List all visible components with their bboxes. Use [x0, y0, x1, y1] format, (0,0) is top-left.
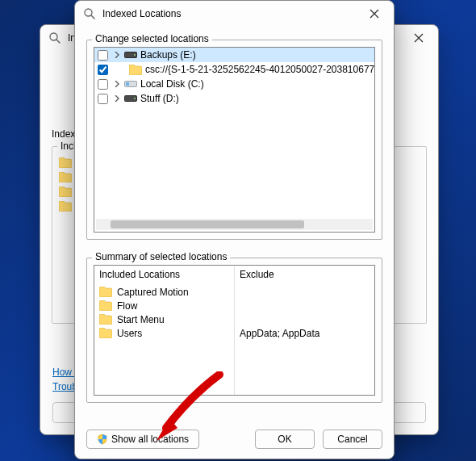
summary-exclude-row [240, 299, 370, 312]
ok-button[interactable]: OK [255, 430, 315, 449]
ok-label: OK [278, 434, 291, 445]
folder-icon [99, 300, 112, 311]
drive-icon [124, 94, 137, 103]
summary-exclude-row [240, 285, 370, 299]
drive-icon [124, 79, 137, 89]
magnifier-icon [48, 31, 61, 44]
summary-list: Included Locations Captured Motion Flow … [94, 265, 375, 396]
magnifier-icon [83, 7, 96, 20]
summary-group: Summary of selected locations Included L… [86, 258, 382, 403]
summary-included-header: Included Locations [99, 269, 229, 280]
svg-line-3 [91, 15, 94, 19]
folder-icon [99, 328, 112, 338]
summary-legend: Summary of selected locations [92, 251, 230, 262]
summary-exclude-column: Exclude AppData; AppData [235, 266, 374, 395]
scrollbar-thumb[interactable] [111, 220, 304, 228]
cancel-label: Cancel [337, 434, 367, 445]
summary-row[interactable]: Start Menu [99, 312, 229, 326]
folder-icon [59, 172, 72, 182]
chevron-right-icon[interactable] [113, 52, 121, 58]
tree-row[interactable]: csc://{S-1-5-21-3252562245-4012050027-20… [94, 62, 374, 77]
close-button[interactable] [360, 4, 389, 23]
svg-line-1 [56, 40, 60, 43]
shield-icon [97, 434, 108, 445]
folder-icon [59, 157, 72, 168]
chevron-right-icon[interactable] [113, 81, 121, 87]
summary-exclude-row: AppData; AppData [240, 326, 370, 340]
show-all-locations-button[interactable]: Show all locations [86, 430, 199, 449]
chevron-right-icon[interactable] [113, 95, 121, 102]
indexing-options-close-button[interactable] [404, 28, 433, 48]
summary-row-label: Start Menu [117, 314, 165, 325]
summary-exclude-row [240, 312, 370, 326]
summary-row[interactable]: Captured Motion [99, 285, 229, 299]
svg-rect-7 [126, 82, 129, 86]
tree-checkbox[interactable] [98, 65, 108, 75]
summary-exclude-header: Exclude [240, 269, 370, 280]
show-all-locations-label: Show all locations [111, 434, 189, 445]
summary-row[interactable]: Users [99, 326, 229, 340]
folder-icon [99, 314, 112, 325]
indexed-locations-dialog: Indexed Locations Change selected locati… [74, 0, 395, 459]
folder-icon [59, 201, 72, 212]
dialog-button-row: Show all locations OK Cancel [86, 430, 382, 449]
locations-tree[interactable]: Backups (E:) csc://{S-1-5-21-3252562245-… [94, 47, 375, 233]
tree-checkbox[interactable] [98, 79, 108, 90]
change-locations-legend: Change selected locations [92, 33, 212, 44]
folder-icon [99, 287, 112, 297]
folder-icon [59, 186, 72, 197]
tree-row-label: Backups (E:) [140, 49, 196, 61]
indexed-locations-titlebar: Indexed Locations [75, 1, 394, 27]
tree-horizontal-scrollbar[interactable] [96, 219, 373, 230]
tree-row[interactable]: Stuff (D:) [94, 91, 374, 106]
folder-icon [129, 65, 142, 75]
indexed-locations-title: Indexed Locations [102, 8, 181, 19]
drive-icon [124, 50, 137, 60]
tree-row[interactable]: Local Disk (C:) [94, 77, 374, 91]
tree-row-label: csc://{S-1-5-21-3252562245-4012050027-20… [145, 64, 375, 75]
summary-row[interactable]: Flow [99, 299, 229, 312]
svg-point-5 [134, 54, 136, 56]
tree-checkbox[interactable] [98, 94, 108, 104]
change-locations-group: Change selected locations Backups (E:) c… [86, 40, 382, 240]
summary-included-column: Included Locations Captured Motion Flow … [94, 266, 235, 395]
tree-row-label: Stuff (D:) [140, 93, 179, 104]
summary-row-label: Captured Motion [117, 287, 189, 298]
svg-point-9 [134, 98, 136, 99]
tree-row[interactable]: Backups (E:) [94, 48, 374, 62]
tree-row-label: Local Disk (C:) [140, 78, 204, 90]
cancel-button[interactable]: Cancel [323, 430, 382, 449]
tree-checkbox[interactable] [98, 50, 108, 61]
summary-row-label: Flow [117, 300, 137, 312]
summary-row-label: Users [117, 328, 142, 339]
